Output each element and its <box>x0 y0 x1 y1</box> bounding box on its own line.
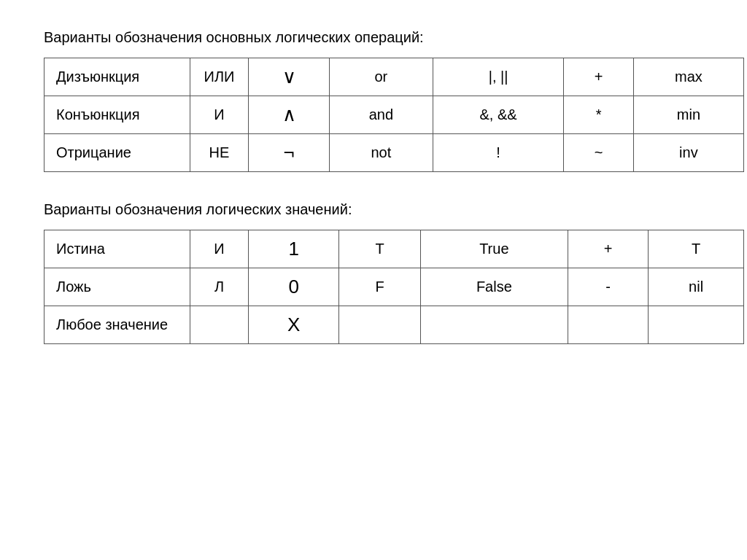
op-code3: max <box>633 58 743 96</box>
val-sym: 1 <box>249 230 339 268</box>
op-name: Конъюнкция <box>44 96 190 134</box>
op-sym: ∨ <box>249 58 330 96</box>
val-word <box>339 306 421 344</box>
op-name: Дизъюнкция <box>44 58 190 96</box>
op-code2: ~ <box>564 134 633 172</box>
val-code3 <box>649 306 744 344</box>
val-word: F <box>339 268 421 306</box>
val-sym: 0 <box>249 268 339 306</box>
section2-title: Варианты обозначения логических значений… <box>44 201 703 218</box>
op-word: or <box>330 58 433 96</box>
op-code1: ! <box>433 134 564 172</box>
val-code1: True <box>420 230 568 268</box>
values-table: Истина И 1 T True + T Ложь Л 0 F False -… <box>44 230 744 344</box>
operations-table: Дизъюнкция ИЛИ ∨ or |, || + max Конъюнкц… <box>44 58 744 172</box>
table-row: Любое значение X <box>44 306 744 344</box>
op-sym: ∧ <box>249 96 330 134</box>
op-code3: inv <box>633 134 743 172</box>
val-code1 <box>420 306 568 344</box>
op-ru: ИЛИ <box>190 58 249 96</box>
table-row: Ложь Л 0 F False - nil <box>44 268 744 306</box>
table-row: Истина И 1 T True + T <box>44 230 744 268</box>
val-code2: - <box>568 268 648 306</box>
val-code1: False <box>420 268 568 306</box>
op-code2: * <box>564 96 633 134</box>
op-code3: min <box>633 96 743 134</box>
op-code1: |, || <box>433 58 564 96</box>
op-sym: ¬ <box>249 134 330 172</box>
op-word: not <box>330 134 433 172</box>
op-name: Отрицание <box>44 134 190 172</box>
val-name: Истина <box>44 230 190 268</box>
table-row: Конъюнкция И ∧ and &, && * min <box>44 96 744 134</box>
val-ru <box>190 306 249 344</box>
section1-title: Варианты обозначения основных логических… <box>44 29 703 46</box>
op-word: and <box>330 96 433 134</box>
val-code3: nil <box>649 268 744 306</box>
val-ru: Л <box>190 268 249 306</box>
op-code1: &, && <box>433 96 564 134</box>
val-sym: X <box>249 306 339 344</box>
val-code3: T <box>649 230 744 268</box>
val-name: Ложь <box>44 268 190 306</box>
table-row: Дизъюнкция ИЛИ ∨ or |, || + max <box>44 58 744 96</box>
val-word: T <box>339 230 421 268</box>
val-code2: + <box>568 230 648 268</box>
op-code2: + <box>564 58 633 96</box>
val-name: Любое значение <box>44 306 190 344</box>
val-code2 <box>568 306 648 344</box>
op-ru: И <box>190 96 249 134</box>
op-ru: НЕ <box>190 134 249 172</box>
val-ru: И <box>190 230 249 268</box>
table-row: Отрицание НЕ ¬ not ! ~ inv <box>44 134 744 172</box>
